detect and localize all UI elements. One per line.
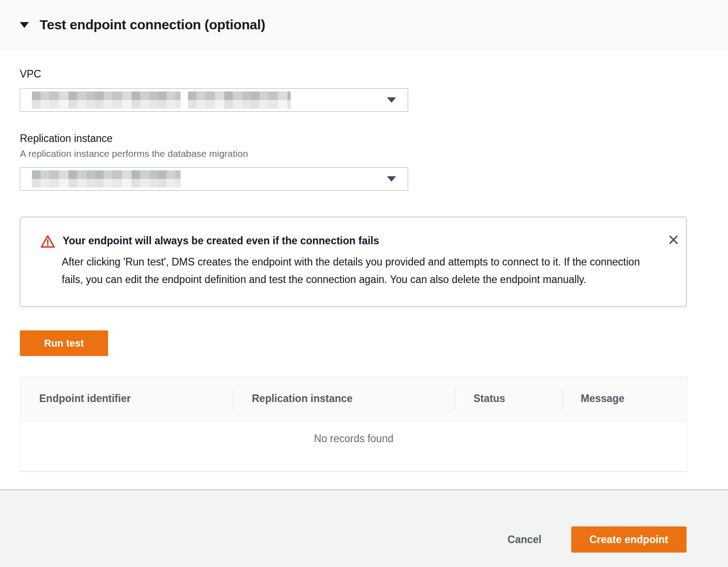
warning-body: After clicking 'Run test', DMS creates t… <box>62 253 650 288</box>
redacted-text-block <box>32 91 181 109</box>
table-empty-state: No records found <box>20 421 687 471</box>
close-icon[interactable] <box>666 233 681 247</box>
column-header-endpoint-identifier: Endpoint identifier <box>20 393 233 405</box>
redacted-text-block <box>188 91 291 109</box>
test-endpoint-connection-panel: Test endpoint connection (optional) VPC … <box>0 0 728 489</box>
column-header-replication-instance: Replication instance <box>233 393 455 405</box>
warning-triangle-icon <box>40 234 55 251</box>
replication-instance-description: A replication instance performs the data… <box>20 148 687 159</box>
section-title: Test endpoint connection (optional) <box>40 17 265 32</box>
cancel-button[interactable]: Cancel <box>508 534 541 546</box>
column-header-status: Status <box>455 393 562 405</box>
table-header-row: Endpoint identifier Replication instance… <box>20 377 687 421</box>
vpc-select[interactable] <box>20 88 408 112</box>
column-header-message: Message <box>562 393 687 405</box>
warning-flashbar: Your endpoint will always be created eve… <box>20 217 687 307</box>
collapse-triangle-icon <box>20 22 29 28</box>
test-results-table: Endpoint identifier Replication instance… <box>20 376 687 472</box>
replication-instance-label: Replication instance <box>20 133 687 145</box>
create-endpoint-button[interactable]: Create endpoint <box>571 526 687 553</box>
replication-instance-select[interactable] <box>20 167 408 191</box>
run-test-button[interactable]: Run test <box>20 330 108 356</box>
chevron-down-icon <box>387 176 396 182</box>
warning-title: Your endpoint will always be created eve… <box>63 233 379 248</box>
vpc-label: VPC <box>20 68 687 80</box>
chevron-down-icon <box>387 97 396 103</box>
redacted-text-block <box>32 170 181 187</box>
section-header-toggle[interactable]: Test endpoint connection (optional) <box>0 0 728 50</box>
section-content: VPC Replication instance A replication i… <box>0 50 728 489</box>
replication-instance-selected-value-redacted <box>32 170 181 187</box>
vpc-selected-value-redacted <box>32 91 291 109</box>
form-footer: Cancel Create endpoint <box>0 489 728 553</box>
